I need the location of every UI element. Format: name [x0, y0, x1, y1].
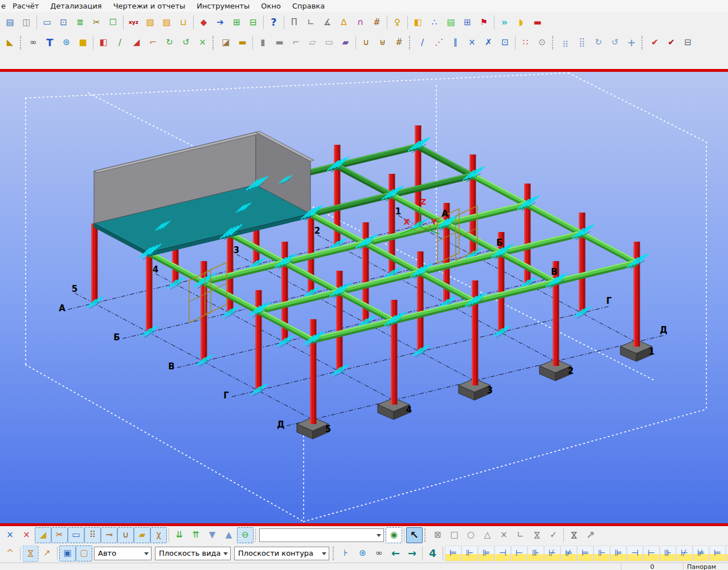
xyz-coordinates-icon[interactable]: xyz — [125, 14, 142, 30]
fragment-corner-icon[interactable]: ⌐ — [145, 35, 161, 51]
copy-properties-icon[interactable]: ⊞ — [228, 14, 245, 30]
element-info-icon[interactable]: ? — [265, 14, 282, 30]
page-number[interactable]: 4 — [424, 545, 441, 561]
select-corner-icon[interactable]: ∟ — [512, 527, 529, 543]
steel-joint-icon-12[interactable]: ⊣ — [627, 545, 643, 561]
chevron-down-icon[interactable] — [374, 529, 383, 542]
rotate-ccw-icon[interactable]: ↺ — [178, 35, 194, 51]
expand-elements-icon[interactable]: × — [194, 35, 211, 51]
arc-icon[interactable]: ∩ — [352, 14, 369, 30]
line-points-icon[interactable]: ⋰ — [431, 35, 447, 51]
steel-joint-icon-2[interactable]: ⊩ — [461, 545, 478, 561]
show-plate-icon[interactable]: ▰ — [134, 527, 150, 543]
layers-icon[interactable]: ◧ — [410, 14, 426, 30]
raise-elements-icon[interactable]: ⇈ — [187, 527, 204, 543]
steel-joint-icon-15[interactable]: ⊬ — [676, 545, 693, 561]
display-settings-icon[interactable]: ▬ — [529, 14, 546, 30]
show-plug-icon[interactable]: ⊸ — [101, 527, 117, 543]
frame-section-icon[interactable]: # — [369, 14, 385, 30]
erase-crossing-icon[interactable]: × — [18, 527, 35, 543]
clipped-corner-icon[interactable]: ^ — [2, 545, 18, 561]
steel-joint-icon-4[interactable]: ⊣ — [494, 545, 511, 561]
circle-center-icon[interactable]: ⊙ — [534, 35, 550, 51]
extrude-fragment-icon[interactable]: ⊔ — [175, 14, 191, 30]
measure-angle-icon[interactable]: ∡ — [319, 14, 336, 30]
toolbar-drag-handle[interactable] — [212, 36, 215, 50]
select-x-icon[interactable]: × — [496, 527, 512, 543]
merge-nodes-icon[interactable]: ⣿ — [574, 35, 590, 51]
line-node-icon[interactable]: ∕ — [414, 35, 431, 51]
stray-tool-icon[interactable]: ◣ — [2, 35, 18, 51]
regenerate-icon[interactable]: ⊛ — [354, 545, 371, 561]
cross-node-icon[interactable]: ✗ — [480, 35, 497, 51]
channel-icon[interactable]: ∪ — [358, 35, 374, 51]
workplane-icon[interactable]: ⊦ — [338, 545, 354, 561]
grid-frame-icon[interactable]: Π — [286, 14, 302, 30]
show-channel-icon[interactable]: ∪ — [117, 527, 134, 543]
rotate-cw-icon[interactable]: ↻ — [161, 35, 178, 51]
model-canvas[interactable]: XYZААББВВГГДД5544332211 — [0, 72, 728, 523]
menu-item-5[interactable]: Справка — [287, 1, 330, 11]
steel-joint-icon-13[interactable]: ⊢ — [643, 545, 660, 561]
confirm-selection-icon[interactable]: ✓ — [545, 527, 562, 543]
filter-combobox[interactable] — [259, 528, 384, 542]
cross-snap-icon[interactable]: × — [464, 35, 480, 51]
steel-joint-icon-10[interactable]: ⊩ — [594, 545, 610, 561]
show-tools-icon[interactable]: χ — [150, 527, 167, 543]
insert-node-icon[interactable]: T — [42, 35, 58, 51]
node-snap-icon[interactable]: ▣ — [59, 545, 76, 561]
wait-orange-icon[interactable]: ⋈ — [23, 545, 39, 561]
jump-arrow-icon[interactable]: ↗ — [39, 545, 55, 561]
steel-joint-icon-18[interactable]: ⊩ — [726, 545, 728, 561]
show-loads-icon[interactable]: ◢ — [35, 527, 51, 543]
new-report-icon[interactable]: ▤ — [2, 14, 18, 30]
prev-view-icon[interactable]: ← — [387, 545, 404, 561]
report-list-icon[interactable]: ≣ — [72, 14, 88, 30]
beam-element-icon[interactable]: ▬ — [271, 35, 288, 51]
brick-icon[interactable]: ▬ — [234, 35, 251, 51]
steel-joint-icon-9[interactable]: ⊨ — [577, 545, 594, 561]
steel-joint-icon-14[interactable]: ⊪ — [660, 545, 676, 561]
model-viewport[interactable]: XYZААББВВГГДД5544332211 — [0, 72, 728, 523]
plane-triangle-icon[interactable]: ◢ — [128, 35, 145, 51]
select-triangle-icon[interactable]: △ — [479, 527, 496, 543]
chevron-down-icon[interactable] — [221, 547, 230, 560]
column-element-icon[interactable]: ▮ — [255, 35, 271, 51]
clip-scissors-icon[interactable]: ✂ — [51, 527, 68, 543]
select-circle-icon[interactable]: ○ — [463, 527, 479, 543]
print-preview-icon[interactable]: ◫ — [18, 14, 35, 30]
toolbar-drag-handle[interactable] — [20, 36, 22, 50]
protractor-icon[interactable]: ∆ — [336, 14, 352, 30]
pin-icon[interactable]: ♀ — [389, 14, 406, 30]
calendar-clock-icon[interactable]: ⊞ — [459, 14, 476, 30]
spread-nodes-icon[interactable]: + — [623, 35, 640, 51]
pointer-mode-icon[interactable]: ↖ — [406, 527, 423, 543]
view-plane-combobox[interactable]: Плоскость вида — [155, 547, 231, 560]
clipped-left-icon[interactable]: × — [2, 527, 18, 543]
apply-filter-icon[interactable]: ◉ — [386, 527, 402, 543]
chevron-down-icon[interactable] — [142, 547, 150, 560]
cut-diagonal-icon[interactable]: ∕ — [112, 35, 128, 51]
lattice-icon[interactable]: # — [391, 35, 407, 51]
divide-line-icon[interactable]: ∷ — [517, 35, 534, 51]
steel-joint-icon-6[interactable]: ⊪ — [527, 545, 544, 561]
steel-joint-icon-11[interactable]: ⊫ — [610, 545, 627, 561]
generate-mesh-icon[interactable]: ⊛ — [58, 35, 75, 51]
wall-element-icon[interactable]: ▭ — [321, 35, 337, 51]
export-model-icon[interactable]: ➔ — [212, 14, 228, 30]
grid-corner-icon[interactable]: ∟ — [302, 14, 319, 30]
menu-item-0[interactable]: Расчёт — [7, 1, 44, 11]
contour-planes-combobox[interactable]: Плоскости контура — [234, 547, 329, 560]
select-crossing-icon[interactable]: ⊠ — [430, 527, 446, 543]
fast-forward-icon[interactable]: » — [496, 14, 513, 30]
deselect-wait-icon[interactable]: ⋈ — [529, 527, 545, 543]
steel-joint-icon-3[interactable]: ⊫ — [478, 545, 494, 561]
rotate-nodes-cw-icon[interactable]: ↻ — [590, 35, 607, 51]
square-node-icon[interactable]: ⊡ — [497, 35, 513, 51]
cut-icon[interactable]: ✂ — [88, 14, 105, 30]
menu-item-clipped[interactable]: е — [0, 2, 7, 10]
steel-joint-icon-8[interactable]: ⊭ — [561, 545, 577, 561]
steel-joint-icon-5[interactable]: ⊢ — [511, 545, 527, 561]
menu-item-2[interactable]: Чертежи и отчеты — [108, 1, 191, 11]
toolbar-drag-handle[interactable] — [641, 36, 644, 50]
